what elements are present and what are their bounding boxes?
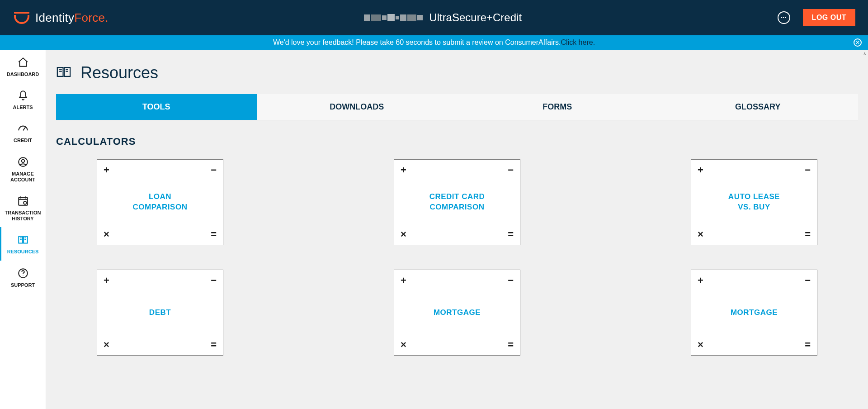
sidebar-item-label: TRANSACTION HISTORY: [5, 210, 41, 222]
redacted-username: [364, 14, 423, 21]
logo-icon: [13, 9, 31, 27]
calculator-credit-card-comparison[interactable]: + − × = CREDIT CARD COMPARISON: [394, 159, 520, 245]
sidebar-item-resources[interactable]: RESOURCES: [0, 227, 46, 260]
tab-label: FORMS: [542, 102, 572, 111]
calculator-title: MORTGAGE: [434, 308, 481, 318]
minus-icon: −: [508, 164, 514, 176]
calculator-loan-comparison[interactable]: + − × = LOAN COMPARISON: [97, 159, 223, 245]
gauge-icon: [17, 122, 29, 135]
plus-icon: +: [104, 275, 109, 286]
brand-name-secondary: Force: [74, 11, 105, 24]
sidebar-item-alerts[interactable]: ALERTS: [0, 83, 46, 116]
logout-button[interactable]: LOG OUT: [803, 9, 855, 26]
tab-glossary[interactable]: GLOSSARY: [658, 94, 859, 120]
plus-icon: +: [104, 164, 109, 176]
sidebar-item-label: SUPPORT: [11, 282, 35, 288]
sidebar-item-manage-account[interactable]: MANAGE ACCOUNT: [0, 149, 46, 188]
plus-icon: +: [698, 164, 703, 176]
home-icon: [17, 56, 29, 69]
tab-label: DOWNLOADS: [330, 102, 384, 111]
calculator-mortgage-2[interactable]: + − × = MORTGAGE: [691, 270, 817, 356]
times-icon: ×: [698, 228, 703, 240]
times-icon: ×: [401, 339, 406, 351]
tab-tools[interactable]: TOOLS: [56, 94, 257, 120]
feedback-banner: We'd love your feedback! Please take 60 …: [0, 35, 868, 50]
section-title: CALCULATORS: [56, 120, 858, 159]
times-icon: ×: [698, 339, 703, 351]
brand-name-primary: Identity: [35, 11, 74, 24]
calculator-title: CREDIT CARD COMPARISON: [429, 192, 485, 213]
main-content: Resources TOOLS DOWNLOADS FORMS GLOSSARY…: [46, 50, 868, 409]
minus-icon: −: [805, 164, 811, 176]
book-icon: [17, 233, 29, 246]
tab-label: GLOSSARY: [735, 102, 780, 111]
feedback-link[interactable]: Click here.: [561, 38, 595, 47]
scrollbar-track[interactable]: [861, 50, 868, 409]
sidebar-item-label: RESOURCES: [7, 249, 39, 255]
times-icon: ×: [401, 228, 406, 240]
user-circle-icon: [17, 156, 29, 168]
tab-forms[interactable]: FORMS: [457, 94, 658, 120]
header-center: UltraSecure+Credit: [108, 11, 778, 24]
bell-icon: [17, 89, 29, 102]
chat-icon[interactable]: [778, 11, 790, 24]
minus-icon: −: [211, 164, 217, 176]
plus-icon: +: [698, 275, 703, 286]
equals-icon: =: [508, 339, 514, 351]
tab-label: TOOLS: [142, 102, 170, 111]
scroll-up-icon[interactable]: ∧: [861, 50, 868, 57]
calculator-mortgage-1[interactable]: + − × = MORTGAGE: [394, 270, 520, 356]
app-header: IdentityForce. UltraSecure+Credit LOG OU…: [0, 0, 868, 35]
sidebar-item-label: ALERTS: [13, 105, 33, 110]
calculator-title: DEBT: [149, 308, 171, 318]
brand-logo[interactable]: IdentityForce.: [13, 9, 108, 27]
svg-point-1: [21, 159, 24, 162]
close-icon[interactable]: ✕: [854, 38, 862, 47]
sidebar-item-label: CREDIT: [14, 138, 32, 143]
plus-icon: +: [401, 275, 406, 286]
svg-point-3: [24, 201, 27, 204]
sidebar-item-label: DASHBOARD: [7, 71, 39, 77]
feedback-text: We'd love your feedback! Please take 60 …: [273, 38, 561, 47]
minus-icon: −: [508, 275, 514, 286]
calculator-auto-lease-vs-buy[interactable]: + − × = AUTO LEASE VS. BUY: [691, 159, 817, 245]
equals-icon: =: [211, 228, 217, 240]
book-open-icon: [56, 64, 71, 81]
minus-icon: −: [211, 275, 217, 286]
calculators-grid: + − × = LOAN COMPARISON + − × = CREDIT C…: [56, 159, 858, 356]
times-icon: ×: [104, 228, 109, 240]
minus-icon: −: [805, 275, 811, 286]
sidebar-item-dashboard[interactable]: DASHBOARD: [0, 50, 46, 83]
tab-downloads[interactable]: DOWNLOADS: [257, 94, 458, 120]
tab-bar: TOOLS DOWNLOADS FORMS GLOSSARY: [56, 94, 858, 120]
brand-name: IdentityForce.: [35, 11, 108, 25]
sidebar-item-transaction-history[interactable]: TRANSACTION HISTORY: [0, 188, 46, 227]
sidebar: DASHBOARD ALERTS CREDIT MANAGE ACCOUNT T: [0, 50, 46, 409]
equals-icon: =: [805, 228, 811, 240]
equals-icon: =: [508, 228, 514, 240]
times-icon: ×: [104, 339, 109, 351]
plus-icon: +: [401, 164, 406, 176]
plan-label: UltraSecure+Credit: [429, 11, 522, 24]
help-icon: [17, 267, 29, 280]
page-header: Resources: [56, 60, 858, 94]
calculator-title: LOAN COMPARISON: [133, 192, 188, 213]
sidebar-item-support[interactable]: SUPPORT: [0, 261, 46, 294]
calculator-title: MORTGAGE: [731, 308, 778, 318]
page-title: Resources: [80, 63, 158, 82]
calendar-money-icon: [17, 195, 29, 207]
sidebar-item-credit[interactable]: CREDIT: [0, 116, 46, 149]
equals-icon: =: [805, 339, 811, 351]
equals-icon: =: [211, 339, 217, 351]
sidebar-item-label: MANAGE ACCOUNT: [10, 171, 35, 183]
calculator-title: AUTO LEASE VS. BUY: [728, 192, 780, 213]
header-right: LOG OUT: [778, 9, 855, 26]
calculator-debt[interactable]: + − × = DEBT: [97, 270, 223, 356]
